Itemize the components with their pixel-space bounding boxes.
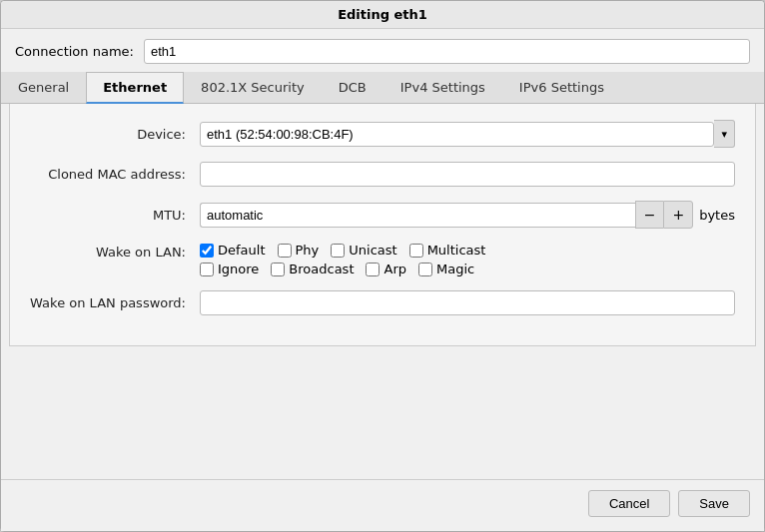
- wake-on-lan-password-input[interactable]: [200, 290, 735, 315]
- wake-on-lan-default-checkbox[interactable]: [200, 244, 214, 258]
- wake-on-lan-password-label: Wake on LAN password:: [30, 295, 200, 310]
- wake-on-lan-unicast[interactable]: Unicast: [331, 243, 396, 258]
- wake-on-lan-magic[interactable]: Magic: [418, 262, 474, 276]
- wake-on-lan-unicast-checkbox[interactable]: [331, 244, 345, 258]
- device-label: Device:: [30, 127, 200, 142]
- mtu-label: MTU:: [30, 208, 200, 223]
- mtu-increase-button[interactable]: +: [663, 201, 693, 229]
- wake-on-lan-magic-label: Magic: [436, 262, 474, 276]
- cancel-button[interactable]: Cancel: [588, 490, 670, 517]
- wake-on-lan-password-row: Wake on LAN password:: [30, 290, 735, 315]
- wake-on-lan-multicast-checkbox[interactable]: [409, 244, 423, 258]
- device-control: eth1 (52:54:00:98:CB:4F) ▾: [200, 120, 735, 148]
- wake-on-lan-phy[interactable]: Phy: [278, 243, 320, 258]
- tabs: General Ethernet 802.1X Security DCB IPv…: [1, 72, 764, 104]
- connection-name-row: Connection name:: [1, 29, 764, 72]
- wake-on-lan-ignore-checkbox[interactable]: [200, 263, 214, 276]
- connection-name-label: Connection name:: [15, 44, 134, 59]
- mtu-control: − + bytes: [200, 201, 735, 229]
- wake-on-lan-row: Wake on LAN: Default Phy Unicast: [30, 243, 735, 276]
- cloned-mac-input[interactable]: [200, 162, 735, 187]
- wake-on-lan-ignore-label: Ignore: [218, 262, 259, 276]
- window-title: Editing eth1: [338, 7, 427, 22]
- tab-content: Device: eth1 (52:54:00:98:CB:4F) ▾ Clone…: [9, 104, 756, 346]
- mtu-input[interactable]: [200, 203, 635, 228]
- tab-ipv4[interactable]: IPv4 Settings: [383, 72, 502, 103]
- tab-ipv6[interactable]: IPv6 Settings: [502, 72, 621, 103]
- title-bar: Editing eth1: [1, 1, 764, 29]
- mtu-unit: bytes: [699, 208, 735, 223]
- device-row: Device: eth1 (52:54:00:98:CB:4F) ▾: [30, 120, 735, 148]
- tab-dcb[interactable]: DCB: [322, 72, 383, 103]
- save-button[interactable]: Save: [678, 490, 750, 517]
- main-window: Editing eth1 Connection name: General Et…: [0, 0, 765, 532]
- wake-on-lan-broadcast-label: Broadcast: [289, 262, 354, 276]
- device-select[interactable]: eth1 (52:54:00:98:CB:4F): [200, 122, 714, 147]
- tab-general[interactable]: General: [1, 72, 86, 103]
- content-spacer: [1, 346, 764, 479]
- wake-on-lan-arp-checkbox[interactable]: [366, 263, 380, 276]
- wake-on-lan-broadcast[interactable]: Broadcast: [271, 262, 354, 276]
- tab-802-1x[interactable]: 802.1X Security: [184, 72, 322, 103]
- wake-on-lan-label: Wake on LAN:: [30, 245, 200, 260]
- cloned-mac-label: Cloned MAC address:: [30, 167, 200, 182]
- wake-on-lan-multicast-label: Multicast: [427, 243, 486, 258]
- cloned-mac-control: [200, 162, 735, 187]
- wake-on-lan-options: Default Phy Unicast Multicast: [200, 243, 735, 276]
- wake-on-lan-magic-checkbox[interactable]: [418, 263, 432, 276]
- tab-ethernet[interactable]: Ethernet: [86, 72, 184, 104]
- wake-on-lan-row-1: Default Phy Unicast Multicast: [200, 243, 735, 258]
- wake-on-lan-arp-label: Arp: [383, 262, 406, 276]
- mtu-row: MTU: − + bytes: [30, 201, 735, 229]
- wake-on-lan-unicast-label: Unicast: [349, 243, 396, 258]
- wake-on-lan-multicast[interactable]: Multicast: [409, 243, 486, 258]
- wake-on-lan-row-2: Ignore Broadcast Arp Magic: [200, 262, 735, 276]
- wake-on-lan-phy-checkbox[interactable]: [278, 244, 292, 258]
- device-dropdown-arrow[interactable]: ▾: [714, 120, 735, 148]
- wake-on-lan-default[interactable]: Default: [200, 243, 266, 258]
- wake-on-lan-default-label: Default: [218, 243, 266, 258]
- wake-on-lan-ignore[interactable]: Ignore: [200, 262, 259, 276]
- wake-on-lan-phy-label: Phy: [296, 243, 320, 258]
- wake-on-lan-broadcast-checkbox[interactable]: [271, 263, 285, 276]
- mtu-input-row: − + bytes: [200, 201, 735, 229]
- footer: Cancel Save: [1, 479, 764, 531]
- wake-on-lan-password-control: [200, 290, 735, 315]
- mtu-decrease-button[interactable]: −: [635, 201, 664, 229]
- cloned-mac-row: Cloned MAC address:: [30, 162, 735, 187]
- connection-name-input[interactable]: [144, 39, 750, 64]
- wake-on-lan-arp[interactable]: Arp: [366, 262, 406, 276]
